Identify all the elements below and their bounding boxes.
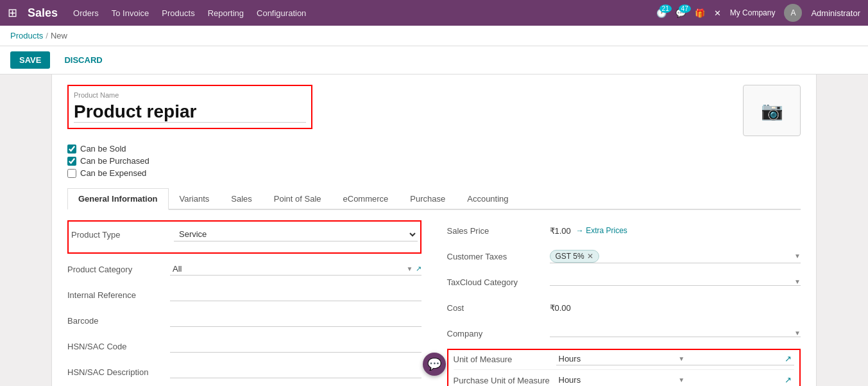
purchase-uom-label: Purchase Unit of Measure (454, 376, 556, 385)
product-category-value: All ▼ ↗ (170, 263, 421, 276)
gst-remove-icon[interactable]: ✕ (587, 252, 593, 261)
brand-name: Sales (28, 6, 58, 20)
activities-icon[interactable]: 🕐21 (656, 8, 667, 18)
topbar-right: 🕐21 💬47 🎁 ✕ My Company A Administrator (656, 4, 860, 22)
uom-ext-link[interactable]: ↗ (785, 354, 792, 364)
form-right: Sales Price ₹1.00 → Extra Prices Custome… (447, 220, 801, 386)
tab-purchase[interactable]: Purchase (399, 188, 456, 210)
sales-price-row: Sales Price ₹1.00 → Extra Prices (447, 220, 801, 241)
hsn-sac-code-label: HSN/SAC Code (67, 342, 170, 351)
uom-dropdown-icon[interactable]: ▼ (678, 355, 685, 362)
tab-general-information[interactable]: General Information (67, 188, 169, 210)
nav-products[interactable]: Products (162, 8, 194, 18)
customer-taxes-row: Customer Taxes GST 5% ✕ ▼ (447, 246, 801, 267)
product-photo-placeholder[interactable]: 📷 (743, 85, 801, 136)
avatar: A (784, 4, 802, 22)
can-be-expensed-checkbox[interactable] (67, 169, 76, 178)
uom-label: Unit of Measure (454, 355, 556, 364)
topbar: ⊞ Sales Orders To Invoice Products Repor… (0, 0, 868, 26)
product-type-row: Product Type Service Storable Product Co… (71, 224, 418, 245)
nav-configuration[interactable]: Configuration (257, 8, 306, 18)
tab-point-of-sale[interactable]: Point of Sale (263, 188, 332, 210)
purchase-uom-ext-link[interactable]: ↗ (785, 375, 792, 385)
uom-value: Hours ▼ ↗ (556, 353, 795, 365)
close-icon[interactable]: ✕ (714, 8, 721, 18)
customer-taxes-label: Customer Taxes (447, 252, 550, 261)
can-be-expensed-row: Can be Expensed (67, 168, 801, 178)
tab-ecommerce[interactable]: eCommerce (332, 188, 400, 210)
product-type-label: Product Type (71, 230, 174, 240)
discard-button[interactable]: DISCARD (55, 51, 111, 69)
nav-to-invoice[interactable]: To Invoice (112, 8, 149, 18)
product-type-value: Service Storable Product Consumable (174, 227, 418, 241)
form-left: Product Type Service Storable Product Co… (67, 220, 421, 386)
hsn-sac-code-input[interactable] (170, 340, 421, 353)
uom-text: Hours (559, 354, 581, 364)
product-name-input[interactable] (74, 101, 306, 123)
company-label: Company (447, 329, 550, 338)
hsn-sac-desc-row: HSN/SAC Description (67, 362, 421, 382)
purchase-uom-dropdown-icon[interactable]: ▼ (678, 376, 685, 383)
cost-value: ₹0.00 (550, 303, 571, 313)
cost-label: Cost (447, 303, 550, 313)
purchase-uom-row: Purchase Unit of Measure Hours ▼ ↗ (454, 374, 795, 386)
hsn-sac-desc-label: HSN/SAC Description (67, 367, 170, 377)
uom-row: Unit of Measure Hours ▼ ↗ (454, 353, 795, 365)
purchase-uom-text: Hours (559, 375, 581, 385)
product-type-select[interactable]: Service Storable Product Consumable (174, 227, 418, 241)
barcode-row: Barcode (67, 310, 421, 331)
breadcrumb-separator: / (46, 31, 48, 40)
breadcrumb-products-link[interactable]: Products (10, 31, 43, 40)
breadcrumb: Products / New (0, 26, 868, 46)
nav-orders[interactable]: Orders (73, 8, 99, 18)
purchase-uom-value: Hours ▼ ↗ (556, 374, 795, 386)
checkboxes-section: Can be Sold Can be Purchased Can be Expe… (67, 144, 801, 178)
messages-icon[interactable]: 💬47 (676, 8, 686, 18)
sales-price-label: Sales Price (447, 226, 550, 236)
admin-name: Administrator (811, 8, 860, 18)
tab-variants[interactable]: Variants (169, 188, 221, 210)
can-be-sold-checkbox[interactable] (67, 145, 76, 154)
gift-icon[interactable]: 🎁 (695, 8, 705, 18)
company-dropdown-icon[interactable]: ▼ (794, 329, 801, 337)
tab-sales[interactable]: Sales (220, 188, 263, 210)
apps-icon[interactable]: ⊞ (8, 6, 17, 20)
breadcrumb-current: New (51, 31, 67, 40)
company-name: My Company (730, 8, 776, 17)
barcode-input[interactable] (170, 314, 421, 327)
product-category-label: Product Category (67, 265, 170, 274)
can-be-expensed-label: Can be Expensed (80, 168, 146, 178)
taxcloud-category-dropdown-icon[interactable]: ▼ (794, 278, 801, 285)
cost-row: Cost ₹0.00 (447, 297, 801, 318)
internal-reference-row: Internal Reference (67, 285, 421, 305)
save-button[interactable]: SAVE (10, 51, 50, 69)
product-name-wrapper: Product Name (67, 85, 312, 129)
taxcloud-category-label: TaxCloud Category (447, 277, 550, 287)
can-be-purchased-row: Can be Purchased (67, 156, 801, 166)
can-be-purchased-checkbox[interactable] (67, 157, 76, 166)
company-row: Company ▼ (447, 323, 801, 344)
product-name-label: Product Name (74, 91, 306, 99)
uom-section: Unit of Measure Hours ▼ ↗ Purchase Unit … (447, 349, 801, 386)
nav-reporting[interactable]: Reporting (208, 8, 244, 18)
top-navigation: Orders To Invoice Products Reporting Con… (73, 8, 306, 18)
barcode-label: Barcode (67, 316, 170, 326)
uom-divider (454, 369, 795, 370)
action-bar: SAVE DISCARD (0, 46, 868, 75)
product-category-ext-icon[interactable]: ↗ (416, 265, 421, 273)
camera-icon: 📷 (761, 100, 783, 121)
tabs-bar: General Information Variants Sales Point… (67, 188, 801, 210)
can-be-purchased-label: Can be Purchased (80, 156, 149, 166)
product-category-row: Product Category All ▼ ↗ (67, 259, 421, 279)
tab-accounting[interactable]: Accounting (456, 188, 519, 210)
chat-bubble[interactable]: 💬 (423, 353, 446, 376)
hsn-sac-desc-input[interactable] (170, 365, 421, 378)
gst-badge: GST 5% ✕ (550, 250, 599, 263)
can-be-sold-row: Can be Sold (67, 144, 801, 154)
product-category-dropdown-icon[interactable]: ▼ (407, 265, 413, 272)
can-be-sold-label: Can be Sold (80, 144, 126, 154)
internal-reference-input[interactable] (170, 288, 421, 301)
customer-taxes-dropdown-icon[interactable]: ▼ (794, 252, 801, 259)
internal-reference-label: Internal Reference (67, 290, 170, 300)
extra-prices-link[interactable]: → Extra Prices (576, 226, 627, 235)
